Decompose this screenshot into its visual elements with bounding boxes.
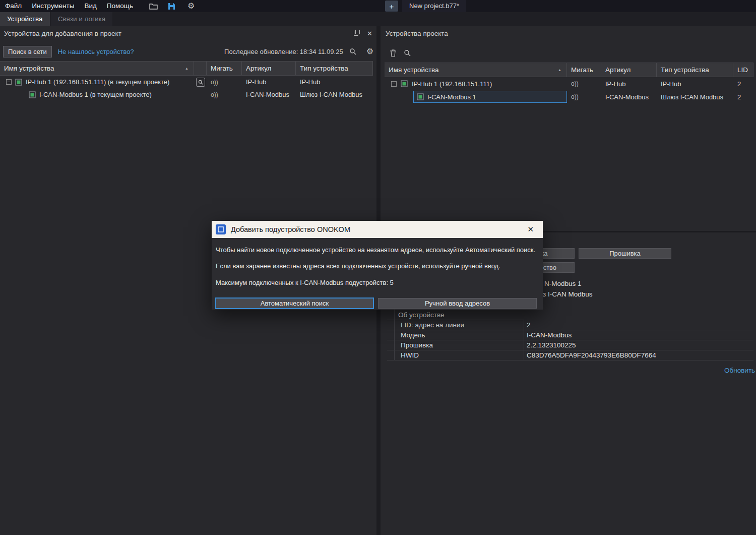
table-row-selected[interactable]: I-CAN-Modbus 1 о)) I-CAN-Modbus Шлюз I-C… xyxy=(385,90,753,103)
search-icon[interactable] xyxy=(349,48,356,55)
column-header-name[interactable]: Имя устройства ▲ xyxy=(385,63,567,77)
device-type: Шлюз I-CAN Modbus xyxy=(300,91,362,98)
table-row[interactable]: I-CAN-Modbus 1 (в текущем проекте) о)) I… xyxy=(0,88,373,101)
property-value: 2.2.1323100225 xyxy=(524,340,753,350)
column-header-blink-label: Мигать xyxy=(211,65,233,72)
collapse-expander-icon[interactable]: − xyxy=(6,79,12,85)
column-header-name-label: Имя устройства xyxy=(4,65,54,72)
menu-bar: Файл Инструменты Вид Помощь ⚙ + New proj… xyxy=(0,0,756,12)
column-header-name-label: Имя устройства xyxy=(389,66,439,74)
identify-device-icon[interactable] xyxy=(196,78,205,87)
column-header-article[interactable]: Артикул xyxy=(242,62,296,75)
menu-view[interactable]: Вид xyxy=(79,0,101,12)
right-panel-header: Устройства проекта xyxy=(381,26,756,40)
property-row: HWID C83D76A5DFA9F20443793E6B80DF7664 xyxy=(387,350,753,361)
property-label: Модель xyxy=(387,330,524,340)
selected-device-box[interactable]: I-CAN-Modbus 1 xyxy=(413,91,567,103)
blink-icon[interactable]: о)) xyxy=(571,80,579,87)
refresh-link[interactable]: Обновить xyxy=(724,367,755,374)
table-row[interactable]: − IP-Hub 1 (192.168.151.111) о)) IP-Hub … xyxy=(385,77,753,90)
dialog-title-bar[interactable]: Добавить подустройство ONOKOM ✕ xyxy=(212,221,543,238)
table-settings-gear-icon[interactable]: ⚙ xyxy=(366,47,373,55)
dialog-text-line: Чтобы найти новое подключенное устройств… xyxy=(216,246,535,254)
left-panel-header: Устройства для добавления в проект ✕ xyxy=(0,26,376,40)
project-tab[interactable]: New project.b77* xyxy=(402,0,466,12)
settings-gear-icon[interactable]: ⚙ xyxy=(187,2,195,10)
column-header-name[interactable]: Имя устройства ▲ xyxy=(0,62,194,75)
last-update-text: Последнее обновление: 18:34 11.09.25 xyxy=(224,48,343,55)
right-panel-toolbar xyxy=(381,45,756,61)
project-devices-table: Имя устройства ▲ Мигать Артикул Тип устр… xyxy=(385,63,753,103)
column-header-blink[interactable]: Мигать xyxy=(207,62,242,75)
blink-icon[interactable]: о)) xyxy=(211,91,218,98)
about-device-header[interactable]: Об устройстве xyxy=(387,309,524,320)
network-search-button[interactable]: Поиск в сети xyxy=(3,46,52,57)
main-tab-bar: Устройства Связи и логика xyxy=(0,12,756,26)
add-subdevice-dialog: Добавить подустройство ONOKOM ✕ Чтобы на… xyxy=(212,221,543,310)
blink-icon[interactable]: о)) xyxy=(211,79,218,86)
device-article: I-CAN-Modbus xyxy=(605,93,649,101)
column-header-type-label: Тип устройства xyxy=(661,66,709,74)
device-article: IP-Hub xyxy=(246,78,266,86)
delete-device-icon[interactable] xyxy=(390,49,397,57)
property-label: HWID xyxy=(387,350,524,360)
save-icon[interactable] xyxy=(168,3,175,10)
blink-icon[interactable]: о)) xyxy=(571,93,579,100)
property-row: LID: адрес на линии 2 xyxy=(387,320,753,330)
sort-asc-icon: ▲ xyxy=(558,68,561,72)
left-panel-title: Устройства для добавления в проект xyxy=(4,30,121,37)
property-row: Прошивка 2.2.1323100225 xyxy=(387,340,753,350)
selected-device-type-text: з I-CAN Modbus xyxy=(543,290,592,298)
device-icon xyxy=(401,80,408,87)
left-panel-toolbar: Поиск в сети Не нашлось устройство? Посл… xyxy=(0,44,376,58)
device-article: I-CAN-Modbus xyxy=(246,91,289,98)
collapse-expander-icon[interactable]: − xyxy=(391,81,397,87)
close-panel-icon[interactable]: ✕ xyxy=(367,30,372,37)
table-header: Имя устройства ▲ Мигать Артикул Тип устр… xyxy=(385,63,753,77)
tab-devices[interactable]: Устройства xyxy=(0,12,50,26)
dialog-text-line: Если вам заранее известны адреса всех по… xyxy=(216,262,500,270)
device-lid: 2 xyxy=(737,93,741,101)
device-name: IP-Hub 1 (192.168.151.111) xyxy=(412,80,492,88)
manual-address-input-button[interactable]: Ручной ввод адресов xyxy=(378,298,537,309)
menu-file[interactable]: Файл xyxy=(0,0,27,12)
add-project-tab-button[interactable]: + xyxy=(385,1,398,12)
device-article: IP-Hub xyxy=(605,80,625,88)
dialog-title: Добавить подустройство ONOKOM xyxy=(231,225,350,233)
property-value: 2 xyxy=(524,320,753,330)
menu-help[interactable]: Помощь xyxy=(102,0,138,12)
menu-tools[interactable]: Инструменты xyxy=(27,0,79,12)
firmware-button[interactable]: Прошивка xyxy=(579,248,671,259)
property-value: C83D76A5DFA9F20443793E6B80DF7664 xyxy=(524,350,753,360)
float-panel-icon[interactable] xyxy=(354,30,360,37)
table-row[interactable]: − IP-Hub 1 (192.168.151.111) (в текущем … xyxy=(0,76,373,88)
device-icon xyxy=(29,91,36,98)
device-name: I-CAN-Modbus 1 xyxy=(427,93,476,101)
device-type: Шлюз I-CAN Modbus xyxy=(661,93,723,101)
search-icon[interactable] xyxy=(404,49,411,56)
column-header-article[interactable]: Артикул xyxy=(601,63,657,77)
device-not-found-link[interactable]: Не нашлось устройство? xyxy=(58,48,134,55)
column-header-blink-label: Мигать xyxy=(571,66,593,74)
column-header-type-label: Тип устройства xyxy=(300,65,348,72)
device-type: IP-Hub xyxy=(661,80,681,88)
device-icon xyxy=(15,79,22,86)
device-type: IP-Hub xyxy=(300,78,320,86)
device-lid: 2 xyxy=(737,80,741,88)
tab-links-logic[interactable]: Связи и логика xyxy=(51,12,113,26)
open-folder-icon[interactable] xyxy=(149,3,158,10)
column-header-article-label: Артикул xyxy=(246,65,271,72)
column-header-lid-label: LID xyxy=(737,66,748,74)
column-header-lid[interactable]: LID xyxy=(733,63,753,77)
device-properties-grid: LID: адрес на линии 2 Модель I-CAN-Modbu… xyxy=(387,320,753,361)
sort-asc-icon: ▲ xyxy=(185,67,188,70)
auto-search-button[interactable]: Автоматический поиск xyxy=(216,298,373,309)
dialog-close-icon[interactable]: ✕ xyxy=(522,225,539,234)
column-header-actions[interactable] xyxy=(194,62,207,75)
column-header-blink[interactable]: Мигать xyxy=(567,63,601,77)
table-header: Имя устройства ▲ Мигать Артикул Тип устр… xyxy=(0,61,373,76)
property-label: Прошивка xyxy=(387,340,524,350)
column-header-type[interactable]: Тип устройства xyxy=(296,62,373,75)
column-header-type[interactable]: Тип устройства xyxy=(657,63,733,77)
selected-device-name-text: N-Modbus 1 xyxy=(544,280,582,287)
